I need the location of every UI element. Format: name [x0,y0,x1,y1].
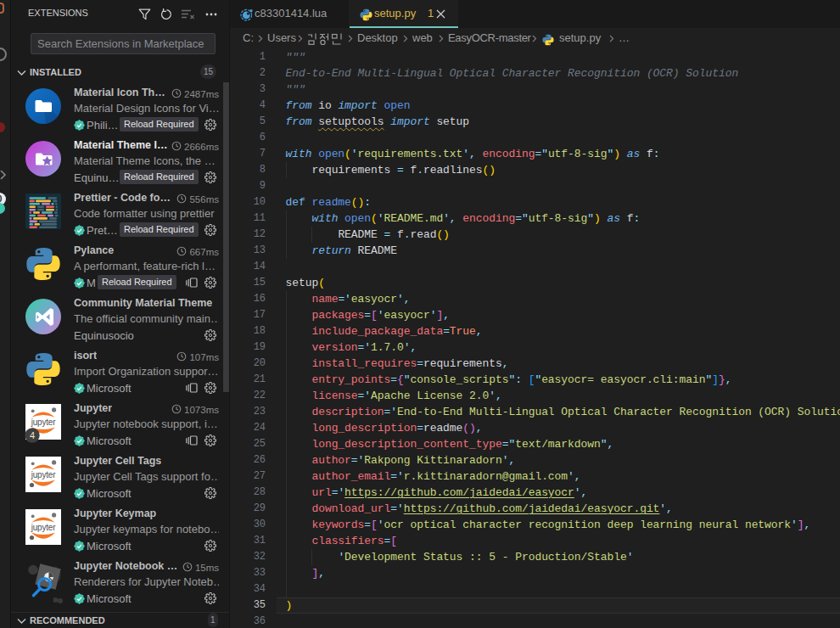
svg-text:jupyter: jupyter [31,470,56,479]
svg-text:jupyter: jupyter [31,418,56,427]
svg-text:4: 4 [30,430,35,440]
svg-text:jupyter: jupyter [31,523,56,532]
